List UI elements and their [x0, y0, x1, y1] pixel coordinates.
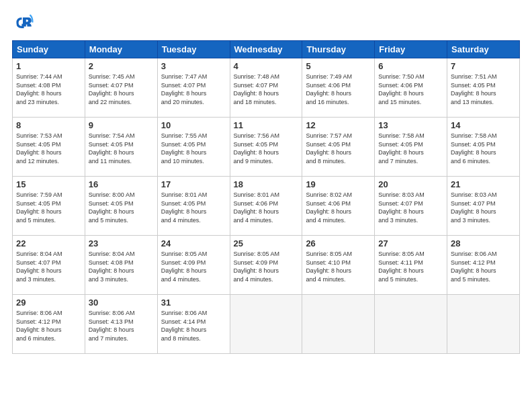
day-number: 10 — [161, 120, 226, 130]
calendar-day-cell: 5Sunrise: 7:49 AM Sunset: 4:06 PM Daylig… — [302, 58, 375, 118]
calendar-day-cell: 9Sunrise: 7:54 AM Sunset: 4:05 PM Daylig… — [85, 118, 157, 177]
day-number: 17 — [161, 179, 226, 189]
day-info: Sunrise: 8:05 AM Sunset: 4:09 PM Dayligh… — [161, 250, 226, 283]
day-number: 15 — [16, 179, 81, 189]
header — [12, 12, 520, 34]
day-info: Sunrise: 7:45 AM Sunset: 4:07 PM Dayligh… — [89, 73, 154, 106]
calendar-day-cell: 15Sunrise: 7:59 AM Sunset: 4:05 PM Dayli… — [13, 177, 85, 236]
day-number: 18 — [234, 179, 299, 189]
day-info: Sunrise: 7:44 AM Sunset: 4:08 PM Dayligh… — [16, 73, 81, 106]
calendar-day-cell: 23Sunrise: 8:04 AM Sunset: 4:08 PM Dayli… — [85, 236, 157, 295]
calendar-day-cell: 20Sunrise: 8:03 AM Sunset: 4:07 PM Dayli… — [375, 177, 447, 236]
day-number: 6 — [378, 61, 443, 71]
day-number: 28 — [451, 238, 516, 248]
day-info: Sunrise: 8:05 AM Sunset: 4:11 PM Dayligh… — [378, 250, 443, 283]
weekday-header: Monday — [85, 41, 157, 58]
day-info: Sunrise: 7:59 AM Sunset: 4:05 PM Dayligh… — [16, 191, 81, 224]
weekday-header: Thursday — [302, 41, 375, 58]
calendar-day-cell — [375, 295, 447, 354]
day-info: Sunrise: 7:55 AM Sunset: 4:05 PM Dayligh… — [161, 132, 226, 165]
calendar-week-row: 15Sunrise: 7:59 AM Sunset: 4:05 PM Dayli… — [13, 177, 520, 236]
day-info: Sunrise: 8:01 AM Sunset: 4:05 PM Dayligh… — [161, 191, 226, 224]
calendar-day-cell: 2Sunrise: 7:45 AM Sunset: 4:07 PM Daylig… — [85, 58, 157, 118]
day-number: 16 — [89, 179, 154, 189]
calendar-day-cell: 24Sunrise: 8:05 AM Sunset: 4:09 PM Dayli… — [157, 236, 230, 295]
logo — [12, 12, 36, 34]
day-number: 5 — [306, 61, 371, 71]
day-number: 30 — [89, 298, 154, 308]
day-number: 20 — [378, 179, 443, 189]
weekday-header: Sunday — [13, 41, 85, 58]
calendar-day-cell: 22Sunrise: 8:04 AM Sunset: 4:07 PM Dayli… — [13, 236, 85, 295]
calendar-day-cell: 1Sunrise: 7:44 AM Sunset: 4:08 PM Daylig… — [13, 58, 85, 118]
calendar-day-cell — [302, 295, 375, 354]
calendar-day-cell: 18Sunrise: 8:01 AM Sunset: 4:06 PM Dayli… — [230, 177, 302, 236]
day-number: 31 — [161, 298, 226, 308]
calendar-day-cell: 31Sunrise: 8:06 AM Sunset: 4:14 PM Dayli… — [157, 295, 230, 354]
day-number: 29 — [16, 298, 81, 308]
calendar-day-cell: 28Sunrise: 8:06 AM Sunset: 4:12 PM Dayli… — [447, 236, 520, 295]
day-number: 22 — [16, 238, 81, 248]
day-info: Sunrise: 7:48 AM Sunset: 4:07 PM Dayligh… — [234, 73, 299, 106]
weekday-header: Tuesday — [157, 41, 230, 58]
calendar-day-cell: 14Sunrise: 7:58 AM Sunset: 4:05 PM Dayli… — [447, 118, 520, 177]
calendar-day-cell: 25Sunrise: 8:05 AM Sunset: 4:09 PM Dayli… — [230, 236, 302, 295]
day-number: 19 — [306, 179, 371, 189]
calendar-week-row: 22Sunrise: 8:04 AM Sunset: 4:07 PM Dayli… — [13, 236, 520, 295]
calendar-week-row: 8Sunrise: 7:53 AM Sunset: 4:05 PM Daylig… — [13, 118, 520, 177]
calendar-day-cell: 12Sunrise: 7:57 AM Sunset: 4:05 PM Dayli… — [302, 118, 375, 177]
calendar-day-cell: 3Sunrise: 7:47 AM Sunset: 4:07 PM Daylig… — [157, 58, 230, 118]
calendar-day-cell: 19Sunrise: 8:02 AM Sunset: 4:06 PM Dayli… — [302, 177, 375, 236]
day-number: 12 — [306, 120, 371, 130]
logo-icon — [12, 12, 34, 34]
calendar: SundayMondayTuesdayWednesdayThursdayFrid… — [12, 40, 520, 354]
day-info: Sunrise: 7:58 AM Sunset: 4:05 PM Dayligh… — [451, 132, 516, 165]
day-info: Sunrise: 8:06 AM Sunset: 4:14 PM Dayligh… — [161, 309, 226, 342]
day-number: 4 — [234, 61, 299, 71]
calendar-day-cell: 6Sunrise: 7:50 AM Sunset: 4:06 PM Daylig… — [375, 58, 447, 118]
day-info: Sunrise: 7:47 AM Sunset: 4:07 PM Dayligh… — [161, 73, 226, 106]
weekday-header: Saturday — [447, 41, 520, 58]
day-info: Sunrise: 7:56 AM Sunset: 4:05 PM Dayligh… — [234, 132, 299, 165]
calendar-day-cell: 29Sunrise: 8:06 AM Sunset: 4:12 PM Dayli… — [13, 295, 85, 354]
day-info: Sunrise: 7:49 AM Sunset: 4:06 PM Dayligh… — [306, 73, 371, 106]
day-number: 3 — [161, 61, 226, 71]
day-info: Sunrise: 8:06 AM Sunset: 4:12 PM Dayligh… — [16, 309, 81, 342]
day-info: Sunrise: 7:58 AM Sunset: 4:05 PM Dayligh… — [378, 132, 443, 165]
weekday-header-row: SundayMondayTuesdayWednesdayThursdayFrid… — [13, 41, 520, 58]
day-number: 25 — [234, 238, 299, 248]
calendar-day-cell: 21Sunrise: 8:03 AM Sunset: 4:07 PM Dayli… — [447, 177, 520, 236]
day-info: Sunrise: 8:04 AM Sunset: 4:08 PM Dayligh… — [89, 250, 154, 283]
day-number: 8 — [16, 120, 81, 130]
calendar-day-cell: 13Sunrise: 7:58 AM Sunset: 4:05 PM Dayli… — [375, 118, 447, 177]
calendar-day-cell: 26Sunrise: 8:05 AM Sunset: 4:10 PM Dayli… — [302, 236, 375, 295]
day-number: 11 — [234, 120, 299, 130]
day-info: Sunrise: 8:06 AM Sunset: 4:13 PM Dayligh… — [89, 309, 154, 342]
day-info: Sunrise: 8:03 AM Sunset: 4:07 PM Dayligh… — [451, 191, 516, 224]
weekday-header: Friday — [375, 41, 447, 58]
calendar-day-cell: 27Sunrise: 8:05 AM Sunset: 4:11 PM Dayli… — [375, 236, 447, 295]
day-info: Sunrise: 8:03 AM Sunset: 4:07 PM Dayligh… — [378, 191, 443, 224]
day-info: Sunrise: 8:01 AM Sunset: 4:06 PM Dayligh… — [234, 191, 299, 224]
day-number: 9 — [89, 120, 154, 130]
calendar-week-row: 1Sunrise: 7:44 AM Sunset: 4:08 PM Daylig… — [13, 58, 520, 118]
calendar-day-cell: 10Sunrise: 7:55 AM Sunset: 4:05 PM Dayli… — [157, 118, 230, 177]
calendar-day-cell: 7Sunrise: 7:51 AM Sunset: 4:05 PM Daylig… — [447, 58, 520, 118]
day-info: Sunrise: 8:00 AM Sunset: 4:05 PM Dayligh… — [89, 191, 154, 224]
day-number: 24 — [161, 238, 226, 248]
day-number: 23 — [89, 238, 154, 248]
day-info: Sunrise: 8:04 AM Sunset: 4:07 PM Dayligh… — [16, 250, 81, 283]
calendar-day-cell: 16Sunrise: 8:00 AM Sunset: 4:05 PM Dayli… — [85, 177, 157, 236]
calendar-day-cell: 17Sunrise: 8:01 AM Sunset: 4:05 PM Dayli… — [157, 177, 230, 236]
day-info: Sunrise: 8:05 AM Sunset: 4:09 PM Dayligh… — [234, 250, 299, 283]
day-number: 26 — [306, 238, 371, 248]
calendar-day-cell — [230, 295, 302, 354]
day-number: 13 — [378, 120, 443, 130]
calendar-week-row: 29Sunrise: 8:06 AM Sunset: 4:12 PM Dayli… — [13, 295, 520, 354]
day-info: Sunrise: 7:57 AM Sunset: 4:05 PM Dayligh… — [306, 132, 371, 165]
day-number: 2 — [89, 61, 154, 71]
day-number: 1 — [16, 61, 81, 71]
day-number: 14 — [451, 120, 516, 130]
calendar-day-cell: 11Sunrise: 7:56 AM Sunset: 4:05 PM Dayli… — [230, 118, 302, 177]
day-info: Sunrise: 7:54 AM Sunset: 4:05 PM Dayligh… — [89, 132, 154, 165]
